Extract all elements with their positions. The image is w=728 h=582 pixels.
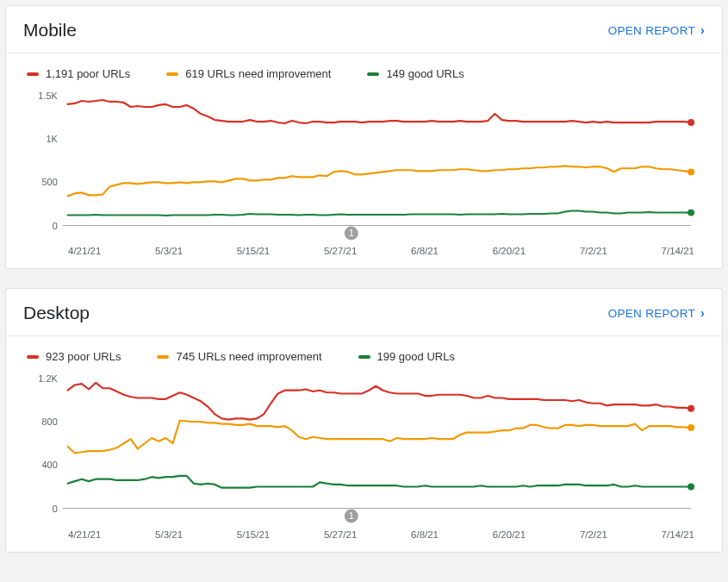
series-line [68,211,691,216]
legend-item-poor: 923 poor URLs [27,350,121,363]
xaxis-tick-label: 4/21/21 [68,529,101,540]
xaxis-tick-label: 7/14/21 [662,246,694,256]
xaxis-tick-label: 5/27/21 [324,246,357,256]
legend-swatch-red [27,355,39,359]
legend-swatch-amber [166,72,178,76]
legend-label: 1,191 poor URLs [46,67,130,80]
xaxis-tick-label: 7/2/21 [580,246,607,256]
xaxis-tick-label: 6/20/21 [493,529,526,540]
legend-label: 149 good URLs [386,67,464,80]
xaxis-tick-label: 6/8/21 [411,529,439,540]
series-line [68,383,691,420]
legend-swatch-green [367,72,379,76]
svg-text:1K: 1K [46,134,58,144]
card-mobile: Mobile OPEN REPORT › 1,191 poor URLs 619… [5,5,723,269]
svg-text:500: 500 [42,177,58,187]
xaxis-tick-label: 5/3/21 [155,529,183,540]
series-line [68,476,691,488]
series-endpoint-dot [688,168,694,175]
svg-text:400: 400 [42,460,58,471]
svg-text:0: 0 [53,504,58,514]
xaxis-tick-label: 5/15/21 [237,246,270,256]
card-header: Mobile OPEN REPORT › [6,6,722,53]
chart-area: 05001K1.5K1 4/21/215/3/215/15/215/27/216… [6,84,722,265]
chart-svg: 05001K1.5K1 [27,89,701,242]
legend-item-good: 149 good URLs [367,67,464,80]
series-endpoint-dot [688,484,694,491]
xaxis-labels: 4/21/215/3/215/15/215/27/216/8/216/20/21… [27,242,701,265]
xaxis-tick-label: 6/20/21 [493,246,526,256]
xaxis-tick-label: 7/2/21 [580,529,607,540]
legend-label: 619 URLs need improvement [185,67,331,80]
legend-swatch-red [27,72,39,76]
legend-label: 745 URLs need improvement [176,350,321,363]
chevron-right-icon: › [700,306,705,320]
svg-text:1.2K: 1.2K [38,373,58,384]
card-desktop: Desktop OPEN REPORT › 923 poor URLs 745 … [5,288,723,552]
legend-item-good: 199 good URLs [358,350,455,363]
svg-text:0: 0 [53,221,58,231]
series-endpoint-dot [688,424,694,431]
series-line [68,166,691,196]
legend-item-need: 619 URLs need improvement [166,67,331,80]
chart-area: 04008001.2K1 4/21/215/3/215/15/215/27/21… [6,366,722,548]
legend-label: 199 good URLs [377,350,455,363]
open-report-link[interactable]: OPEN REPORT › [608,306,705,320]
legend-item-poor: 1,191 poor URLs [27,67,130,80]
xaxis-tick-label: 5/27/21 [324,529,357,540]
xaxis-tick-label: 4/21/21 [68,246,101,256]
xaxis-tick-label: 7/14/21 [662,529,694,540]
xaxis-tick-label: 6/8/21 [411,246,439,256]
legend: 923 poor URLs 745 URLs need improvement … [6,336,722,366]
open-report-label: OPEN REPORT [608,24,695,37]
svg-text:1: 1 [349,511,354,522]
chevron-right-icon: › [700,23,705,37]
svg-text:1: 1 [349,228,354,238]
open-report-label: OPEN REPORT [608,307,695,320]
card-header: Desktop OPEN REPORT › [6,289,722,335]
series-endpoint-dot [688,405,694,412]
legend-label: 923 poor URLs [46,350,121,363]
xaxis-labels: 4/21/215/3/215/15/215/27/216/8/216/20/21… [27,526,701,548]
open-report-link[interactable]: OPEN REPORT › [608,23,705,37]
svg-text:1.5K: 1.5K [38,91,58,101]
card-title: Mobile [23,20,77,41]
xaxis-tick-label: 5/3/21 [155,246,183,256]
svg-text:800: 800 [42,416,58,427]
series-endpoint-dot [688,119,694,126]
card-title: Desktop [23,303,90,323]
legend-swatch-amber [157,355,169,359]
chart-svg: 04008001.2K1 [27,372,701,525]
series-line [68,100,691,123]
legend-swatch-green [358,355,370,359]
legend: 1,191 poor URLs 619 URLs need improvemen… [6,53,722,84]
series-endpoint-dot [688,210,694,216]
series-line [68,421,691,454]
xaxis-tick-label: 5/15/21 [237,529,270,540]
legend-item-need: 745 URLs need improvement [157,350,321,363]
